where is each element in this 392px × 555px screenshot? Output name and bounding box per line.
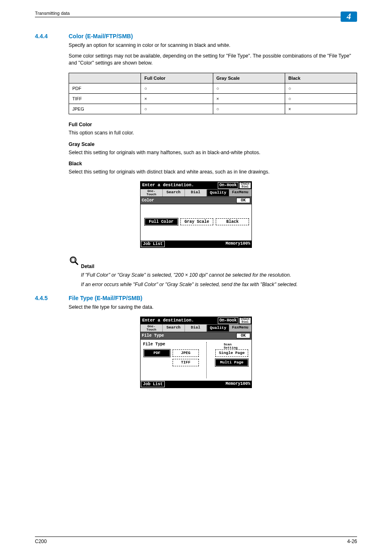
chain-dial-button[interactable]: Chain Dial — [239, 182, 251, 189]
detail-line: If "Full Color" or "Gray Scale" is selec… — [81, 271, 357, 279]
tab-faxmenu[interactable]: FaxMenu — [229, 324, 251, 332]
onhook-button[interactable]: On-Hook — [218, 317, 238, 324]
screen-title: Enter a destination. — [141, 182, 217, 189]
option-tiff[interactable]: TIFF — [173, 359, 199, 366]
detail-label: Detail — [81, 264, 357, 269]
section-number: 4.4.4 — [35, 33, 69, 39]
table-header-blank — [69, 73, 141, 83]
svg-line-2 — [75, 262, 78, 264]
svg-point-1 — [71, 258, 75, 262]
tab-one-touch[interactable]: One-Touch — [141, 324, 163, 332]
option-full-color[interactable]: Full Color — [145, 218, 178, 225]
section-number: 4.4.5 — [35, 295, 69, 301]
paragraph: Select this setting for originals with m… — [69, 149, 357, 156]
option-single-page[interactable]: Single Page — [215, 349, 248, 357]
section-title: Color (E-Mail/FTP/SMB) — [69, 33, 133, 39]
screen-title: Enter a destination. — [141, 317, 217, 324]
option-pdf[interactable]: PDF — [144, 349, 170, 357]
paragraph: Select the file type for saving the data… — [69, 304, 357, 310]
ok-button[interactable]: OK — [236, 198, 250, 203]
subheading: Black — [69, 161, 357, 166]
detail-note: Detail If "Full Color" or "Gray Scale" i… — [69, 255, 357, 289]
option-gray-scale[interactable]: Gray Scale — [180, 218, 214, 225]
tab-quality[interactable]: Quality — [207, 189, 229, 197]
job-list-button[interactable]: Job List — [141, 381, 165, 387]
table-row: PDF ○ ○ ○ — [69, 83, 357, 94]
tab-dial[interactable]: Dial — [185, 324, 207, 332]
setting-label: Color — [142, 198, 236, 203]
table-row: TIFF × × ○ — [69, 94, 357, 104]
device-screen-color: Enter a destination. On-Hook Chain Dial … — [140, 181, 252, 248]
memory-indicator: Memory100% — [224, 381, 251, 388]
table-header: Black — [285, 73, 357, 83]
table-header: Full Color — [141, 73, 213, 83]
memory-indicator: Memory100% — [224, 240, 251, 247]
detail-line: If an error occurs while "Full Color" or… — [81, 281, 357, 288]
tab-search[interactable]: Search — [163, 189, 185, 197]
subheading: Full Color — [69, 122, 357, 127]
onhook-button[interactable]: On-Hook — [218, 182, 238, 189]
paragraph: This option scans in full color. — [69, 130, 357, 136]
job-list-button[interactable]: Job List — [141, 241, 165, 247]
tab-one-touch[interactable]: One-Touch — [141, 189, 163, 197]
paragraph: Specify an option for scanning in color … — [69, 42, 357, 49]
option-black[interactable]: Black — [216, 218, 249, 225]
file-type-label: File Type — [143, 342, 165, 347]
scan-setting-label: ScanSetting — [224, 343, 238, 349]
tab-faxmenu[interactable]: FaxMenu — [229, 189, 251, 197]
paragraph: Select this setting for originals with d… — [69, 169, 357, 175]
magnifier-icon — [69, 255, 79, 266]
ok-button[interactable]: OK — [236, 333, 250, 338]
setting-label: File Type — [142, 333, 236, 338]
option-multi-page[interactable]: Multi Page — [215, 359, 248, 366]
footer-model: C200 — [35, 539, 347, 544]
device-screen-filetype: Enter a destination. On-Hook Chain Dial … — [140, 317, 252, 388]
chapter-number-tab: 4 — [341, 12, 357, 22]
subheading: Gray Scale — [69, 141, 357, 147]
tab-quality[interactable]: Quality — [207, 324, 229, 332]
paragraph: Some color settings may not be available… — [69, 53, 357, 66]
footer-page-number: 4-26 — [347, 539, 357, 544]
table-header: Gray Scale — [213, 73, 285, 83]
compatibility-table: Full Color Gray Scale Black PDF ○ ○ ○ TI… — [69, 73, 357, 114]
chain-dial-button[interactable]: Chain Dial — [239, 317, 251, 324]
running-header: Transmitting data — [35, 11, 70, 16]
option-jpeg[interactable]: JPEG — [173, 349, 199, 357]
table-row: JPEG ○ ○ × — [69, 104, 357, 114]
tab-dial[interactable]: Dial — [185, 189, 207, 197]
tab-search[interactable]: Search — [163, 324, 185, 332]
section-title: File Type (E-Mail/FTP/SMB) — [69, 295, 142, 301]
